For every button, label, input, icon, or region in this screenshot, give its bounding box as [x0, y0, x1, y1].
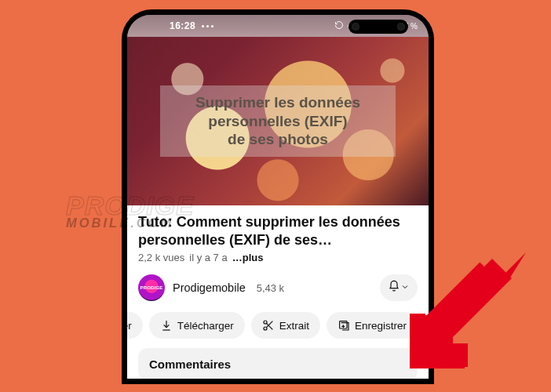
clip-chip[interactable]: Extrait [251, 312, 320, 339]
video-age: il y a 7 a [189, 252, 227, 263]
status-time: 16:28 [170, 20, 195, 31]
video-title[interactable]: Tuto: Comment supprimer les données pers… [138, 213, 418, 249]
more-link[interactable]: …plus [232, 252, 264, 263]
chevron-down-icon [400, 281, 410, 295]
overlay-line: personnelles (EXIF) [166, 112, 389, 131]
notification-bell-button[interactable] [380, 274, 418, 301]
channel-avatar[interactable]: PRODIGE [138, 274, 165, 301]
phone-frame: 16:28 4G 27 % [122, 9, 434, 384]
chip-label: Enregistrer [355, 320, 407, 332]
status-dots-icon [202, 25, 213, 27]
chip-label: ixer [127, 320, 132, 332]
comments-section[interactable]: Commentaires [138, 348, 418, 379]
channel-name[interactable]: Prodigemobile [173, 281, 246, 294]
channel-subs: 5,43 k [257, 282, 284, 294]
save-playlist-icon [338, 319, 350, 332]
svg-point-4 [264, 327, 267, 330]
video-thumbnail[interactable]: Supprimer les données personnelles (EXIF… [127, 37, 429, 205]
video-meta[interactable]: 2,2 k vues il y a 7 a …plus [138, 252, 418, 263]
download-icon [160, 319, 173, 332]
scissors-icon [262, 319, 275, 332]
chip-label: Télécharger [177, 320, 234, 332]
status-bar: 16:28 4G 27 % [127, 15, 429, 37]
action-chips-row[interactable]: ixer Télécharger Extrait Enregistrer [127, 312, 429, 339]
overlay-line: Supprimer les données [166, 93, 389, 112]
remix-chip[interactable]: ixer [127, 312, 143, 339]
bell-icon [388, 280, 400, 296]
screen: 16:28 4G 27 % [127, 15, 429, 379]
overlay-line: de ses photos [166, 130, 389, 149]
download-chip[interactable]: Télécharger [149, 312, 245, 339]
video-views: 2,2 k vues [138, 252, 184, 263]
rotate-icon [334, 20, 344, 31]
camera-cutout [348, 20, 408, 34]
channel-row[interactable]: PRODIGE Prodigemobile 5,43 k [138, 274, 418, 301]
thumbnail-text-overlay: Supprimer les données personnelles (EXIF… [160, 85, 396, 157]
chip-label: Extrait [279, 320, 309, 332]
comments-title: Commentaires [149, 358, 407, 371]
svg-point-3 [264, 321, 267, 324]
save-chip[interactable]: Enregistrer [327, 312, 418, 339]
